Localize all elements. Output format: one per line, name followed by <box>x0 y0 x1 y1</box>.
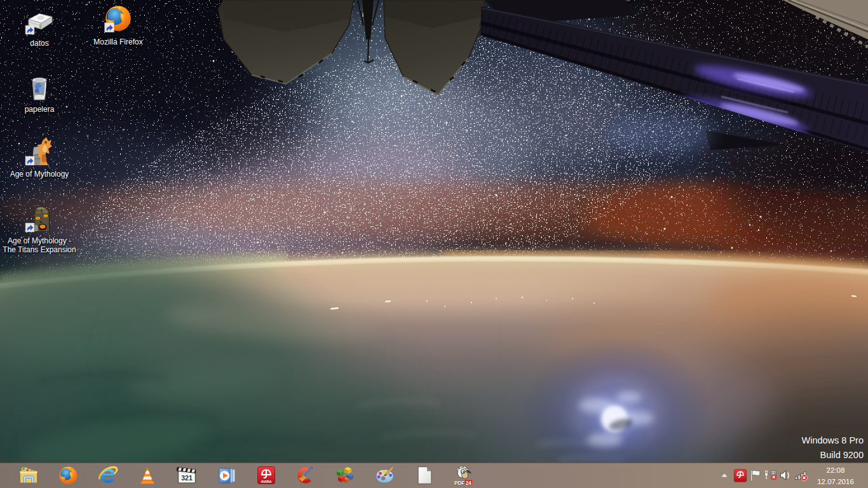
svg-text:PDF: PDF <box>454 480 465 486</box>
svg-text:321: 321 <box>182 474 193 482</box>
svg-text:AVIRA: AVIRA <box>261 480 272 484</box>
svg-text:24: 24 <box>466 480 472 486</box>
